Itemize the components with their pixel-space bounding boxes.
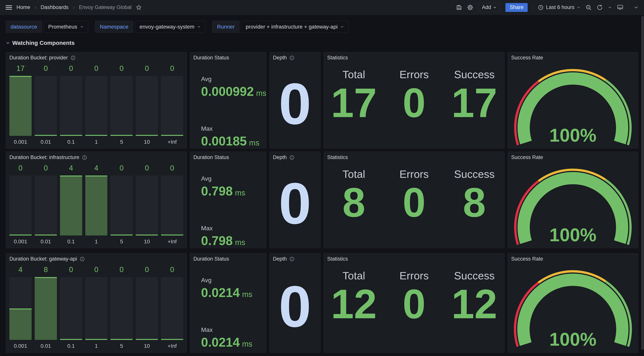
chevron-down-icon bbox=[340, 25, 344, 29]
panel-title[interactable]: Duration Bucket: infrastructure bbox=[10, 154, 79, 160]
section-title: Watching Components bbox=[12, 40, 75, 46]
bar-value-label: 4 bbox=[10, 266, 32, 276]
add-button[interactable]: Add bbox=[478, 3, 500, 12]
panel-title[interactable]: Depth bbox=[273, 55, 287, 61]
bar-value-label: 0 bbox=[136, 164, 158, 174]
max-label: Max bbox=[201, 225, 263, 232]
panel-title[interactable]: Depth bbox=[273, 154, 287, 160]
zoom-out-time-icon[interactable] bbox=[586, 4, 592, 10]
bar-track bbox=[60, 176, 82, 236]
chevron-down-icon bbox=[493, 6, 497, 10]
bar-value-label: 0 bbox=[161, 164, 183, 174]
namespace-select[interactable]: envoy-gateway-system bbox=[135, 21, 205, 33]
bar-fill bbox=[110, 339, 133, 340]
panel-title[interactable]: Statistics bbox=[327, 256, 348, 262]
success-rate-value: 100% bbox=[508, 329, 638, 350]
row-watching-components[interactable]: Watching Components bbox=[6, 40, 644, 46]
stat-total: Total 8 bbox=[324, 161, 384, 248]
chevron-right-icon bbox=[72, 6, 76, 9]
bucket-bar: 41 bbox=[85, 164, 108, 245]
bucket-bar: 00.01 bbox=[35, 164, 57, 245]
runner-select[interactable]: provider + infrastructure + gateway-api bbox=[241, 21, 348, 33]
bar-track bbox=[35, 76, 57, 136]
refresh-interval-chevron-icon[interactable] bbox=[608, 5, 612, 10]
breadcrumb-current: Envoy Gateway Global bbox=[79, 4, 132, 10]
stat-errors: Errors 0 bbox=[384, 62, 444, 148]
panel-title[interactable]: Success Rate bbox=[511, 154, 543, 160]
bucket-bar: 0+Inf bbox=[161, 266, 183, 349]
panel-title[interactable]: Duration Status bbox=[194, 55, 229, 61]
chevron-down-icon bbox=[197, 25, 201, 29]
panel-title[interactable]: Statistics bbox=[327, 55, 348, 61]
panel-statistics: Statistics Total 12 Errors 0 Success 12 bbox=[324, 253, 505, 353]
panel-title[interactable]: Duration Bucket: gateway-api bbox=[10, 256, 77, 262]
panel-title[interactable]: Duration Status bbox=[194, 154, 229, 160]
namespace-label: Namespace bbox=[95, 21, 133, 33]
bar-value-label: 0 bbox=[85, 266, 108, 276]
avg-label: Avg bbox=[201, 277, 263, 284]
duration-bucket-chart: 170.00100.0100.101050100+Inf bbox=[10, 64, 183, 145]
datasource-select[interactable]: Prometheus bbox=[44, 21, 88, 33]
bar-tick-label: +Inf bbox=[161, 136, 183, 145]
errors-value: 0 bbox=[384, 82, 444, 124]
errors-label: Errors bbox=[384, 270, 444, 282]
max-unit: ms bbox=[249, 138, 259, 147]
bucket-bar: 40.001 bbox=[10, 266, 32, 349]
info-icon[interactable] bbox=[70, 55, 76, 60]
bar-fill bbox=[85, 339, 108, 340]
vertical-scrollbar[interactable] bbox=[641, 16, 644, 350]
bar-tick-label: 1 bbox=[85, 340, 108, 349]
total-label: Total bbox=[324, 68, 384, 81]
panel-title[interactable]: Duration Bucket: provider bbox=[10, 55, 68, 61]
bar-value-label: 0 bbox=[10, 164, 32, 174]
max-label: Max bbox=[201, 125, 263, 132]
bar-value-label: 0 bbox=[110, 266, 133, 276]
bar-tick-label: 5 bbox=[110, 236, 133, 245]
panel-duration-status: Duration Status Avg 0.798 ms Max 0.798 m… bbox=[190, 152, 266, 248]
runner-label: Runner bbox=[212, 21, 240, 33]
max-number: 0.0214 bbox=[201, 335, 240, 350]
max-number: 0.00185 bbox=[201, 134, 247, 148]
favorite-star-icon[interactable] bbox=[136, 4, 142, 10]
panel-title[interactable]: Depth bbox=[273, 256, 287, 262]
avg-label: Avg bbox=[201, 175, 263, 182]
max-unit: ms bbox=[235, 238, 245, 247]
avg-number: 0.000992 bbox=[201, 84, 254, 99]
info-icon[interactable] bbox=[290, 256, 294, 262]
bucket-bar: 01 bbox=[85, 64, 108, 145]
time-range-picker[interactable]: Last 6 hours bbox=[538, 4, 580, 10]
share-button[interactable]: Share bbox=[506, 3, 528, 12]
bucket-bar: 05 bbox=[110, 64, 133, 145]
bucket-bar: 0+Inf bbox=[161, 164, 183, 245]
panel-title[interactable]: Success Rate bbox=[511, 256, 543, 262]
kiosk-monitor-icon[interactable] bbox=[617, 4, 624, 11]
chevron-down-icon bbox=[6, 41, 10, 45]
toolbar-collapse-chevron-icon[interactable] bbox=[634, 5, 639, 10]
avg-label: Avg bbox=[201, 76, 263, 82]
breadcrumb-home[interactable]: Home bbox=[16, 4, 30, 10]
panel-title[interactable]: Duration Status bbox=[194, 256, 229, 262]
bar-track bbox=[161, 277, 183, 340]
bucket-bar: 010 bbox=[136, 64, 158, 145]
info-icon[interactable] bbox=[80, 256, 85, 262]
panel-title[interactable]: Statistics bbox=[327, 154, 348, 160]
bar-fill bbox=[10, 234, 32, 236]
dashboard-row: Duration Bucket: provider 170.00100.0100… bbox=[6, 52, 638, 149]
bar-tick-label: 1 bbox=[85, 236, 108, 245]
bar-tick-label: 0.1 bbox=[60, 340, 82, 349]
errors-label: Errors bbox=[384, 68, 444, 81]
refresh-icon[interactable] bbox=[597, 4, 603, 10]
bucket-bar: 170.001 bbox=[10, 64, 32, 145]
dashboard-settings-gear-icon[interactable] bbox=[467, 4, 473, 10]
save-dashboard-icon[interactable] bbox=[456, 4, 462, 10]
bucket-bar: 00.1 bbox=[60, 266, 82, 349]
info-icon[interactable] bbox=[82, 155, 87, 160]
panel-duration-bucket: Duration Bucket: gateway-api 40.00180.01… bbox=[6, 253, 187, 353]
stat-errors: Errors 0 bbox=[384, 263, 444, 352]
info-icon[interactable] bbox=[290, 155, 294, 160]
breadcrumb-dashboards[interactable]: Dashboards bbox=[41, 4, 68, 10]
panel-duration-bucket: Duration Bucket: infrastructure 00.00100… bbox=[6, 152, 187, 248]
menu-hamburger-icon[interactable] bbox=[5, 4, 12, 10]
info-icon[interactable] bbox=[290, 55, 294, 60]
panel-title[interactable]: Success Rate bbox=[511, 55, 543, 61]
